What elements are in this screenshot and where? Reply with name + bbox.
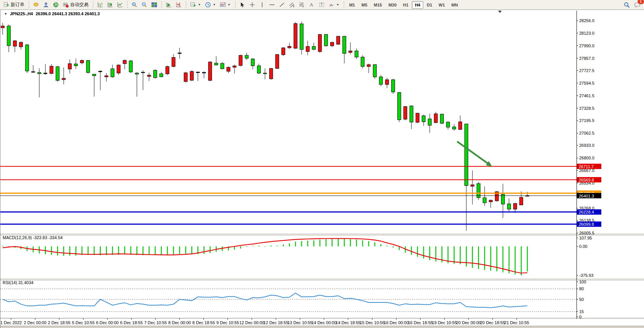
candle bbox=[148, 72, 151, 81]
svg-text:F: F bbox=[302, 5, 304, 8]
auto-scroll-button[interactable] bbox=[164, 0, 173, 10]
candle bbox=[93, 74, 96, 96]
rsi-axis-label: 100 bbox=[579, 280, 586, 284]
time-axis[interactable]: 1 Dec 20222 Dec 00:002 Dec 18:555 Dec 10… bbox=[0, 319, 644, 326]
crosshair-tool-button[interactable] bbox=[247, 0, 257, 10]
candle bbox=[263, 68, 267, 79]
zoom-out-icon bbox=[141, 2, 147, 8]
candle bbox=[270, 68, 273, 80]
notifications-button[interactable]: 1 bbox=[632, 0, 642, 10]
text-label-tool-button[interactable]: T bbox=[317, 0, 326, 10]
candle bbox=[239, 55, 243, 66]
toolbar-separator bbox=[92, 1, 94, 9]
autotrading-icon bbox=[63, 2, 69, 8]
toolbar-separator bbox=[27, 1, 30, 9]
timeframe-MN[interactable]: MN bbox=[448, 1, 461, 9]
text-icon: A bbox=[309, 2, 315, 8]
candle bbox=[245, 53, 249, 60]
zoom-out-button[interactable] bbox=[140, 0, 149, 10]
rsi-axis-label: 0 bbox=[579, 315, 581, 319]
candle bbox=[477, 182, 480, 200]
new-chart-button[interactable]: ▼ bbox=[188, 0, 203, 10]
line-chart-button[interactable] bbox=[115, 0, 125, 10]
dropdown-caret-icon: ▼ bbox=[198, 3, 201, 6]
candle bbox=[202, 71, 206, 79]
time-axis-label: 8 Dec 18:55 bbox=[192, 320, 215, 325]
candle bbox=[428, 114, 432, 133]
timeframe-M1[interactable]: M1 bbox=[346, 1, 358, 9]
candle bbox=[306, 41, 310, 55]
candle bbox=[44, 64, 47, 75]
svg-text:A: A bbox=[310, 2, 313, 8]
periods-button[interactable]: ▼ bbox=[203, 0, 218, 10]
timeframe-H1[interactable]: H1 bbox=[400, 1, 411, 9]
arrows-tool-button[interactable]: ▼ bbox=[327, 0, 341, 10]
pane-separator[interactable] bbox=[0, 318, 644, 319]
profiles-button[interactable] bbox=[31, 0, 41, 10]
symbol-dropdown-icon[interactable]: ▼ bbox=[4, 12, 7, 16]
new-chart-icon bbox=[190, 2, 196, 8]
new-order-button[interactable]: 新订单 bbox=[2, 0, 26, 10]
price-level-badge-text: 26099.8 bbox=[579, 222, 594, 227]
timeframe-M30[interactable]: M30 bbox=[385, 1, 400, 9]
pane-separator[interactable] bbox=[0, 234, 644, 235]
cursor-tool-button[interactable] bbox=[238, 0, 247, 10]
chart-shift-button[interactable] bbox=[174, 0, 183, 10]
vertical-line-tool-button[interactable] bbox=[257, 0, 267, 10]
search-button[interactable] bbox=[622, 0, 632, 10]
crosshair-icon bbox=[249, 2, 255, 8]
auto-scroll-icon bbox=[166, 2, 172, 8]
new-order-label: 新订单 bbox=[11, 2, 24, 8]
candle bbox=[257, 64, 261, 74]
candle bbox=[117, 64, 120, 75]
timeframe-M15[interactable]: M15 bbox=[371, 1, 385, 9]
tile-windows-button[interactable] bbox=[149, 0, 159, 10]
timeframe-D1[interactable]: D1 bbox=[424, 1, 435, 9]
text-tool-button[interactable]: A bbox=[307, 0, 316, 10]
trendline-tool-button[interactable] bbox=[277, 0, 287, 10]
candle bbox=[80, 59, 84, 64]
price-axis-label: 26005.5 bbox=[579, 231, 594, 235]
candle bbox=[166, 66, 169, 75]
candle bbox=[13, 40, 17, 52]
channel-tool-button[interactable]: E bbox=[287, 0, 297, 10]
zoom-in-button[interactable] bbox=[130, 0, 139, 10]
toolbar: 新订单 自动交易 bbox=[0, 0, 644, 10]
community-button[interactable] bbox=[41, 0, 51, 10]
fibonacci-tool-button[interactable]: F bbox=[297, 0, 307, 10]
horizontal-line-tool-button[interactable] bbox=[267, 0, 277, 10]
candle bbox=[68, 59, 72, 74]
timeframe-W1[interactable]: W1 bbox=[435, 1, 448, 9]
price-axis-label: 27857.0 bbox=[579, 56, 594, 61]
candle bbox=[361, 55, 365, 69]
candlestick-chart-icon bbox=[107, 2, 113, 8]
candle bbox=[227, 66, 230, 73]
pane-separator[interactable] bbox=[0, 279, 644, 280]
candle bbox=[331, 42, 334, 47]
autotrading-button[interactable]: 自动交易 bbox=[61, 0, 90, 10]
signals-button[interactable] bbox=[51, 0, 61, 10]
candlestick-chart-button[interactable] bbox=[105, 0, 115, 10]
cursor-icon bbox=[239, 2, 245, 8]
chart-shift-marker[interactable] bbox=[498, 11, 502, 13]
templates-button[interactable]: ▼ bbox=[218, 0, 233, 10]
candle bbox=[196, 72, 200, 81]
rsi-axis-label: 80 bbox=[579, 286, 584, 291]
fibonacci-icon: F bbox=[299, 2, 305, 8]
chart-window[interactable]: 28256.028123.027990.027857.027727.527594… bbox=[0, 10, 644, 328]
timeframe-M5[interactable]: M5 bbox=[358, 1, 370, 9]
timeframe-H4[interactable]: H4 bbox=[412, 1, 423, 9]
candle bbox=[367, 64, 371, 73]
candle bbox=[312, 43, 316, 50]
bar-chart-button[interactable] bbox=[95, 0, 105, 10]
candle bbox=[355, 48, 358, 59]
templates-icon bbox=[220, 2, 226, 8]
candle bbox=[434, 112, 438, 123]
price-axis-label: 28123.0 bbox=[579, 31, 594, 35]
candle bbox=[483, 186, 487, 206]
chart-canvas[interactable]: 28256.028123.027990.027857.027727.527594… bbox=[0, 10, 644, 328]
search-icon bbox=[624, 2, 630, 8]
time-axis-label: 20 Dec 18:55 bbox=[480, 320, 505, 325]
toolbar-separator bbox=[234, 1, 236, 9]
annotation-arrow[interactable] bbox=[457, 141, 489, 164]
